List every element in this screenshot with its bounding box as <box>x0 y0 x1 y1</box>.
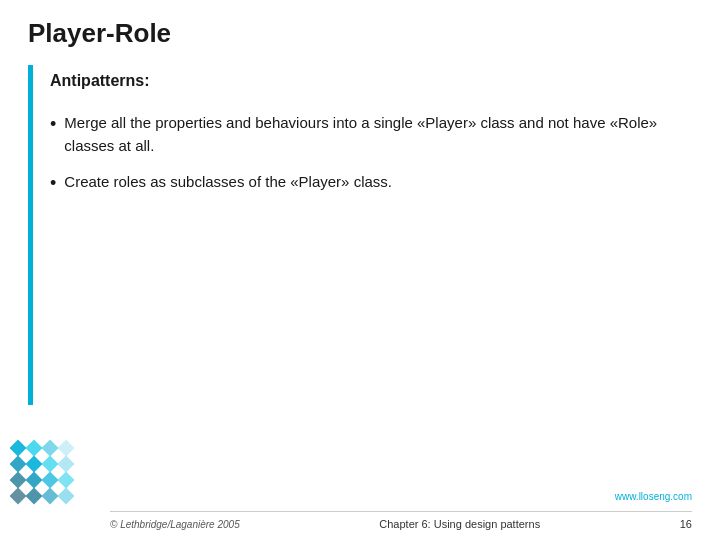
diamond-grid-decoration <box>10 440 100 510</box>
footer-page-number: 16 <box>680 518 692 530</box>
svg-rect-0 <box>10 440 26 456</box>
svg-rect-6 <box>42 456 59 473</box>
svg-rect-14 <box>42 488 59 505</box>
svg-rect-7 <box>58 456 75 473</box>
bullet-item-1: • Merge all the properties and behaviour… <box>50 112 690 157</box>
bottom-divider <box>110 511 692 512</box>
svg-rect-4 <box>10 456 26 473</box>
svg-rect-10 <box>42 472 59 489</box>
bullet-text-1: Merge all the properties and behaviours … <box>64 112 690 157</box>
section-title: Antipatterns: <box>50 72 690 90</box>
svg-rect-8 <box>10 472 26 489</box>
svg-rect-3 <box>58 440 75 456</box>
bullet-dot-2: • <box>50 170 56 197</box>
svg-rect-12 <box>10 488 26 505</box>
bullet-dot-1: • <box>50 111 56 138</box>
bullet-list: • Merge all the properties and behaviour… <box>50 112 690 197</box>
footer-chapter: Chapter 6: Using design patterns <box>379 518 540 530</box>
bullet-item-2: • Create roles as subclasses of the «Pla… <box>50 171 690 197</box>
svg-rect-5 <box>26 456 43 473</box>
footer: © Lethbridge/Laganière 2005 Chapter 6: U… <box>110 518 692 530</box>
slide-container: Player-Role Antipatterns: • Merge all th… <box>0 0 720 540</box>
svg-rect-15 <box>58 488 75 505</box>
svg-rect-1 <box>26 440 43 456</box>
content-area: Antipatterns: • Merge all the properties… <box>50 72 690 211</box>
left-accent-bar <box>28 65 33 405</box>
svg-rect-13 <box>26 488 43 505</box>
website-label: www.lloseng.com <box>615 491 692 502</box>
footer-copyright: © Lethbridge/Laganière 2005 <box>110 519 240 530</box>
svg-rect-11 <box>58 472 75 489</box>
svg-rect-9 <box>26 472 43 489</box>
svg-rect-2 <box>42 440 59 456</box>
slide-title: Player-Role <box>28 18 171 49</box>
bullet-text-2: Create roles as subclasses of the «Playe… <box>64 171 392 194</box>
